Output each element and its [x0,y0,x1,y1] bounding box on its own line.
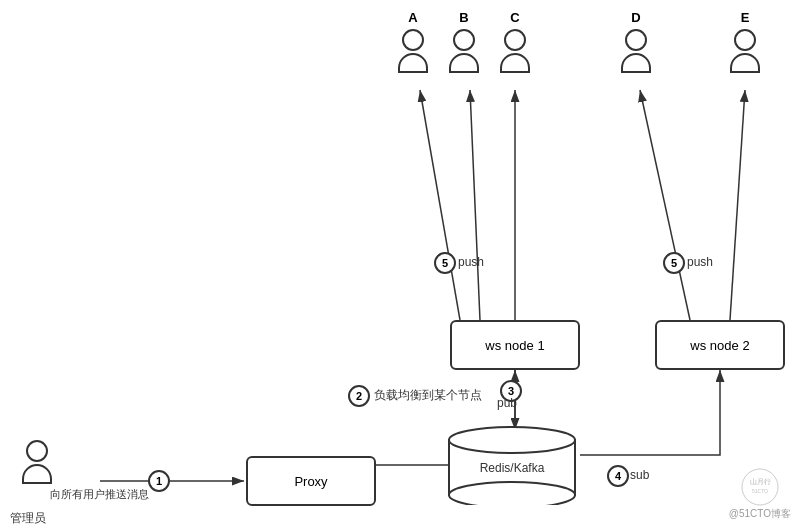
svg-point-11 [449,482,575,505]
svg-point-10 [449,427,575,453]
svg-point-13 [742,469,778,505]
step-2-label: 负载均衡到某个节点 [374,387,482,404]
user-d: D [621,10,651,73]
svg-text:山月行: 山月行 [749,478,770,485]
admin-body [22,464,52,484]
person-body-a [398,53,428,73]
user-c: C [500,10,530,73]
admin-message-label: 向所有用户推送消息 [50,487,149,502]
diagram: A B C D E 管理员 向所有用户推送消息 Proxy ws node 1 [0,0,801,531]
step-4-circle: 4 [607,465,629,487]
ws-node2-box: ws node 2 [655,320,785,370]
watermark-icon-svg: 山月行 51CTO [740,467,780,507]
person-head-d [625,29,647,51]
svg-line-7 [640,90,690,320]
step-2-circle: 2 [348,385,370,407]
svg-line-5 [470,90,480,320]
person-head-c [504,29,526,51]
step-1-circle: 1 [148,470,170,492]
step-5a-circle: 5 [434,252,456,274]
person-head-a [402,29,424,51]
ws-node1-box: ws node 1 [450,320,580,370]
redis-kafka-cylinder: Redis/Kafka [447,425,577,505]
user-a: A [398,10,428,73]
svg-line-8 [730,90,745,320]
watermark: 山月行 51CTO @51CTO博客 [729,467,791,521]
user-b: B [449,10,479,73]
step-5b-circle: 5 [663,252,685,274]
proxy-box: Proxy [246,456,376,506]
person-body-d [621,53,651,73]
admin-head [26,440,48,462]
person-body-b [449,53,479,73]
step-4-label: sub [630,468,649,482]
svg-text:51CTO: 51CTO [752,488,768,494]
step-5a-label: push [458,255,484,269]
person-body-c [500,53,530,73]
step-5b-label: push [687,255,713,269]
person-head-e [734,29,756,51]
admin-label: 管理员 [10,510,46,527]
svg-text:Redis/Kafka: Redis/Kafka [480,461,545,475]
svg-line-4 [420,90,460,320]
person-head-b [453,29,475,51]
user-e: E [730,10,760,73]
step-3-label: pub [497,396,517,410]
person-body-e [730,53,760,73]
admin-person [22,440,52,484]
